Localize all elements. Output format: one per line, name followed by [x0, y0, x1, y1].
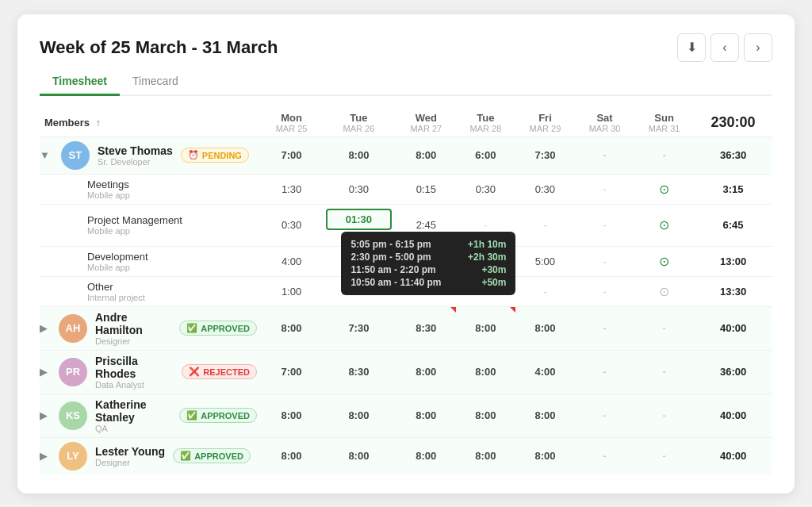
expand-lester-button[interactable]: ▶ [40, 450, 48, 462]
dev-fri[interactable]: 5:00 [515, 246, 575, 276]
status-badge-priscilla: ❌ REJECTED [182, 364, 257, 379]
lester-tue[interactable]: 8:00 [321, 437, 396, 474]
clock-icon: ⏰ [188, 150, 199, 160]
priscilla-thu[interactable]: 8:00 [456, 350, 515, 394]
pm-tue[interactable]: 01:30 5:05 pm - 6:15 pm +1h 10m 2:30 pm … [321, 204, 396, 246]
tooltip-row-2: 2:30 pm - 5:00 pm +2h 30m [350, 251, 506, 263]
timesheet-card: Week of 25 March - 31 March ⬇ ‹ › Timesh… [17, 14, 795, 494]
red-corner-andre-wed [450, 307, 456, 313]
katherine-thu[interactable]: 8:00 [456, 394, 515, 437]
subtask-row-pm: Project Management Mobile app 0:30 01:30… [40, 204, 772, 246]
status-badge-katherine: ✅ APPROVED [179, 408, 257, 423]
tooltip-row-3: 11:50 am - 2:20 pm +30m [350, 263, 506, 276]
col-sun: SunMAR 31 [634, 109, 694, 137]
expand-andre-button[interactable]: ▶ [40, 322, 48, 334]
andre-total: 40:00 [694, 306, 772, 350]
check-icon-lester: ✅ [180, 451, 191, 461]
timesheet-table: Members ↑ MonMAR 25 TueMAR 26 WedMAR 27 … [40, 109, 772, 474]
expand-steve-button[interactable]: ▼ [40, 149, 50, 161]
tooltip-row-1: 5:05 pm - 6:15 pm +1h 10m [350, 238, 506, 251]
priscilla-sun: - [634, 350, 694, 394]
other-sun: ⊙ [634, 276, 694, 306]
priscilla-fri[interactable]: 4:00 [515, 350, 575, 394]
steve-tue[interactable]: 8:00 [321, 136, 396, 174]
lester-mon[interactable]: 8:00 [262, 437, 321, 474]
pm-mon[interactable]: 0:30 [262, 204, 321, 246]
priscilla-wed[interactable]: 8:00 [396, 350, 456, 394]
avatar-steve: ST [61, 141, 90, 170]
katherine-wed[interactable]: 8:00 [396, 394, 456, 437]
steve-fri[interactable]: 7:30 [515, 136, 575, 174]
priscilla-mon[interactable]: 7:00 [262, 350, 321, 394]
pm-fri: - [515, 204, 575, 246]
andre-fri[interactable]: 8:00 [515, 306, 575, 350]
header-actions: ⬇ ‹ › [677, 33, 772, 62]
dev-sat: - [575, 246, 634, 276]
other-fri: - [515, 276, 575, 306]
katherine-mon[interactable]: 8:00 [262, 394, 321, 437]
pm-tue-highlight[interactable]: 01:30 5:05 pm - 6:15 pm +1h 10m 2:30 pm … [326, 209, 392, 230]
pm-total: 6:45 [694, 204, 772, 246]
lester-sat: - [575, 437, 634, 474]
check-icon-katherine: ✅ [186, 410, 197, 421]
andre-wed[interactable]: 8:30 [396, 306, 456, 350]
meetings-fri[interactable]: 0:30 [515, 174, 575, 204]
lester-thu[interactable]: 8:00 [456, 437, 515, 474]
prev-week-button[interactable]: ‹ [710, 33, 739, 62]
steve-total: 36:30 [694, 136, 772, 174]
steve-mon[interactable]: 7:00 [262, 136, 321, 174]
dev-total: 13:00 [694, 246, 772, 276]
expand-katherine-button[interactable]: ▶ [40, 409, 48, 421]
other-sat: - [575, 276, 634, 306]
member-cell-katherine: ▶ KS Katherine Stanley QA ✅ APPROVED [40, 394, 262, 437]
col-tue26: TueMAR 26 [321, 109, 396, 137]
tab-timecard[interactable]: Timecard [120, 70, 191, 96]
andre-thu[interactable]: 8:00 [456, 306, 515, 350]
katherine-sun: - [634, 394, 694, 437]
pm-sun: ⊙ [634, 204, 694, 246]
priscilla-tue[interactable]: 8:30 [321, 350, 396, 394]
lester-wed[interactable]: 8:00 [396, 437, 456, 474]
steve-wed[interactable]: 8:00 [396, 136, 456, 174]
members-column-header: Members ↑ [40, 109, 262, 137]
other-mon[interactable]: 1:00 [262, 276, 321, 306]
tab-timesheet[interactable]: Timesheet [40, 70, 120, 96]
status-badge-andre: ✅ APPROVED [179, 321, 257, 336]
member-cell-lester: ▶ LY Lester Young Designer ✅ APPROVED [40, 437, 262, 474]
meetings-wed[interactable]: 0:15 [396, 174, 456, 204]
meetings-mon[interactable]: 1:30 [262, 174, 321, 204]
andre-mon[interactable]: 8:00 [262, 306, 321, 350]
meetings-thu[interactable]: 0:30 [456, 174, 515, 204]
status-badge-steve: ⏰ PENDING [181, 148, 249, 163]
dev-sun: ⊙ [634, 246, 694, 276]
member-row-katherine: ▶ KS Katherine Stanley QA ✅ APPROVED 8:0… [40, 394, 772, 437]
total-column-header: 230:00 [694, 109, 772, 137]
header-row: Week of 25 March - 31 March ⬇ ‹ › [40, 33, 772, 62]
meetings-sat: - [575, 174, 634, 204]
tooltip-row-4: 10:50 am - 11:40 pm +50m [350, 276, 506, 289]
subtask-cell-pm: Project Management Mobile app [40, 204, 262, 246]
member-name-block-andre: Andre Hamilton Designer [95, 311, 171, 346]
priscilla-total: 36:00 [694, 350, 772, 394]
expand-priscilla-button[interactable]: ▶ [40, 366, 48, 378]
katherine-total: 40:00 [694, 394, 772, 437]
next-week-button[interactable]: › [744, 33, 772, 62]
member-name-block-steve: Steve Thomas Sr. Developer [98, 144, 173, 167]
member-name-block-katherine: Katherine Stanley QA [95, 398, 171, 433]
lester-fri[interactable]: 8:00 [515, 437, 575, 474]
sort-icon[interactable]: ↑ [96, 117, 101, 129]
andre-sun: - [634, 306, 694, 350]
member-cell-andre: ▶ AH Andre Hamilton Designer ✅ APPROVED [40, 306, 262, 350]
katherine-fri[interactable]: 8:00 [515, 394, 575, 437]
avatar-priscilla: PR [59, 358, 87, 386]
andre-tue[interactable]: 7:30 [321, 306, 396, 350]
meetings-tue[interactable]: 0:30 [321, 174, 396, 204]
steve-thu[interactable]: 6:00 [456, 136, 515, 174]
dev-mon[interactable]: 4:00 [262, 246, 321, 276]
lester-total: 40:00 [694, 437, 772, 474]
member-row-steve: ▼ ST Steve Thomas Sr. Developer ⏰ PENDIN… [40, 136, 772, 174]
member-row-lester: ▶ LY Lester Young Designer ✅ APPROVED 8:… [40, 437, 772, 474]
katherine-tue[interactable]: 8:00 [321, 394, 396, 437]
download-button[interactable]: ⬇ [677, 33, 706, 62]
priscilla-sat: - [575, 350, 634, 394]
